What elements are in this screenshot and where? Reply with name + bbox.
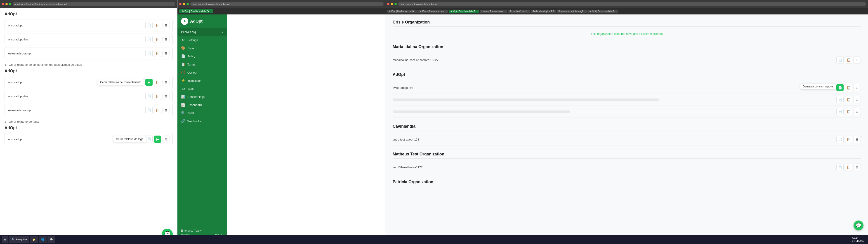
doc-button[interactable]: 📄 [836,96,844,103]
tab-3[interactable]: AdOpt | Dashboard de G... [449,10,479,13]
grid-button[interactable]: ⊞ [162,22,170,29]
document-button[interactable]: 📄 [145,135,153,143]
sidebar-item-style[interactable]: 🎨 Style [178,44,227,52]
copy-button[interactable]: 📋 [154,79,161,86]
tab-2[interactable]: AdOpt - Plataforma de c... [418,10,448,13]
maximize-dot-m[interactable] [186,3,189,5]
browser-bar-left: goadopt.io/support/faq/organizacao/dashg… [0,0,177,8]
sidebar-item-optout[interactable]: 🚫 Opt-out [178,68,227,77]
sidebar-item-label: Audit [187,111,194,115]
minimize-dot[interactable] [5,3,8,5]
taskbar-browser[interactable]: 🌐 [39,236,46,243]
item-label: aviso-adopt [7,24,23,27]
domain-row-cavinlandia-1: ando-test-adopt-123 📄 📋 ⊞ [393,133,861,146]
org-section-maria: Maria Idalina Organization mariaidalina-… [393,44,861,66]
list-item: aviso-adopt-live 📄 📋 ⊞ [4,90,173,102]
sidebar-item-webhooks[interactable]: 🔗 Webhooks [178,117,227,125]
sidebar-item-settings[interactable]: ⚙ Settings [178,36,227,44]
consent-report-green-button[interactable]: 📄 [836,84,844,91]
taskbar-start[interactable]: ⊞ [2,236,8,243]
enterprise-text: Enterprise Yearly [181,229,202,232]
tags-report-button[interactable]: ▶ [154,135,161,143]
taskbar-chat[interactable]: 💬 [48,236,55,243]
minimize-dot-r[interactable] [391,3,393,5]
tab-8[interactable]: AdOpt | Dashboard de G... [587,10,618,13]
grid-button[interactable]: ⊞ [162,135,170,143]
item-label: testes-aviso-adopt [7,109,31,112]
sidebar-item-audit[interactable]: 🔍 Audit [178,109,227,117]
grid-button[interactable]: ⊞ [854,96,861,103]
settings-icon: ⚙ [181,38,185,42]
tab-bar-middle: AdOpt | Dashboard de G... [178,8,385,14]
document-button[interactable]: 📄 [145,22,153,29]
grid-button[interactable]: ⊞ [162,106,170,114]
grid-button[interactable]: ⊞ [162,36,170,43]
sidebar-item-policy[interactable]: 📄 Policy [178,52,227,60]
copy-button[interactable]: 📋 [154,93,161,100]
tags-tooltip: Gerar relatório de tags [113,136,146,142]
sidebar: A AdOpt Pedro's org ⌄ ⚙ Settings 🎨 Style… [178,14,227,244]
url-bar-middle[interactable]: dash.goadopt.io/global-dashboard [190,2,383,6]
taskbar-search[interactable]: 🔍 Pesquisar [9,236,29,243]
grid-button[interactable]: ⊞ [162,93,170,100]
minimize-dot-m[interactable] [183,3,185,5]
copy-button[interactable]: 📋 [845,84,852,91]
url-bar-right[interactable]: dash.goadopt.io/global-dashboard [398,2,866,6]
sidebar-item-label: Style [187,47,194,50]
taskbar-file-explorer[interactable]: 📁 [30,236,38,243]
document-button[interactable]: 📄 [145,50,153,57]
url-bar-left[interactable]: goadopt.io/support/faq/organizacao/dashg… [13,2,176,6]
grid-button[interactable]: ⊞ [854,108,861,115]
domain-label: ando-test-adopt-123 [393,138,836,141]
maximize-dot-r[interactable] [395,3,397,5]
copy-button[interactable]: 📋 [154,36,161,43]
grid-button[interactable]: ⊞ [854,163,861,171]
tab-5[interactable]: Eu tenho Control... [508,10,530,13]
document-button[interactable]: 📄 [145,93,153,100]
close-dot-m[interactable] [179,3,182,5]
sidebar-item-tags[interactable]: 🏷 Tags [178,85,227,93]
copy-button[interactable]: 📋 [154,106,161,114]
doc-button[interactable]: 📄 [836,108,844,115]
sidebar-item-consent-logs[interactable]: 📊 Consent logs [178,93,227,101]
grid-button[interactable]: ⊞ [162,79,170,86]
sidebar-item-dashboard[interactable]: 📈 Dashboard [178,101,227,109]
grid-button[interactable]: ⊞ [854,84,861,91]
sidebar-item-terms[interactable]: 📋 Terms [178,60,227,68]
tab-4[interactable]: Home - Eunformimovi... [480,10,507,13]
grid-button[interactable]: ⊞ [162,50,170,57]
document-button[interactable]: 📄 [145,106,153,114]
tab-1[interactable]: AdOpt | Dashboard de G... [387,10,417,13]
copy-button[interactable]: 📋 [845,56,852,63]
sidebar-item-installation[interactable]: ⚡ Installation [178,77,227,85]
domain-label: aviso-adopt-live [393,86,836,89]
consent-report-button[interactable]: ▶ [145,79,153,86]
doc-button[interactable]: 📄 [836,163,844,171]
grid-button[interactable]: ⊞ [854,56,861,63]
clock-time: 14:40 [852,237,864,240]
doc-button[interactable]: 📄 [836,56,844,63]
sidebar-item-label: Terms [187,63,195,66]
browser-bar-right: dash.goadopt.io/global-dashboard [385,0,868,8]
tab-6[interactable]: Rede Metrológica RS [531,10,556,13]
copy-button[interactable]: 📋 [845,96,852,103]
org-selector[interactable]: Pedro's org ⌄ [178,28,227,36]
close-dot[interactable] [2,3,4,5]
tab-dashboard[interactable]: AdOpt | Dashboard de G... [179,9,213,13]
maximize-dot[interactable] [9,3,11,5]
org-name-cavinlandia: Cavinlandia [393,124,861,131]
section-3-title: AdOpt [4,126,173,130]
copy-button[interactable]: 📋 [845,136,852,143]
chat-button-right[interactable]: 💬 [854,220,864,231]
copy-button[interactable]: 📋 [845,163,852,171]
doc-button[interactable]: 📄 [836,136,844,143]
copy-button[interactable]: 📋 [845,108,852,115]
right-panel: dash.goadopt.io/global-dashboard AdOpt |… [385,0,868,244]
copy-button[interactable]: 📋 [154,22,161,29]
grid-button[interactable]: ⊞ [854,136,861,143]
tab-7[interactable]: Plataforma de Adequaçã... [557,10,587,13]
close-dot-r[interactable] [387,3,390,5]
copy-button[interactable]: 📋 [154,50,161,57]
document-button[interactable]: 📄 [145,36,153,43]
loading-bar [393,111,570,113]
